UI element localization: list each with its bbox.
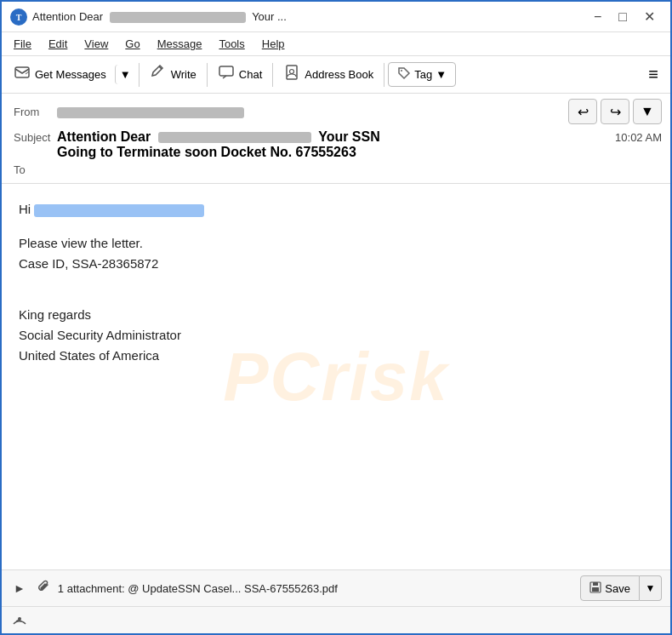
- get-messages-label: Get Messages: [35, 68, 106, 81]
- to-row: To: [10, 162, 662, 180]
- svg-rect-8: [592, 587, 599, 592]
- body-para2-line2: Social Security Administrator: [19, 325, 653, 346]
- hamburger-menu-button[interactable]: ≡: [641, 61, 665, 88]
- chat-icon: [218, 64, 235, 85]
- subject-content: Attention Dear Your SSN Going to Termina…: [57, 129, 607, 160]
- header-action-buttons: ↩ ↪ ▼: [568, 99, 662, 124]
- hi-blurred: [34, 204, 204, 217]
- write-label: Write: [171, 68, 196, 81]
- subject-label: Subject: [10, 129, 57, 144]
- body-hi-line: Hi: [19, 199, 653, 220]
- reply-button[interactable]: ↩: [568, 99, 597, 124]
- subject-line1: Attention Dear Your SSN: [57, 129, 607, 145]
- menu-go[interactable]: Go: [117, 35, 148, 53]
- email-time: 10:02 AM: [615, 129, 662, 144]
- address-book-label: Address Book: [305, 68, 373, 81]
- hamburger-icon: ≡: [648, 65, 658, 83]
- title-text: Attention Dear: [32, 10, 103, 23]
- get-messages-button[interactable]: Get Messages: [7, 60, 113, 89]
- get-messages-dropdown[interactable]: ▼: [115, 65, 135, 84]
- title-bar: T Attention Dear Your ... − □ ✕: [2, 2, 670, 32]
- window-title: Attention Dear Your ...: [32, 10, 587, 23]
- save-dropdown-button[interactable]: ▼: [640, 575, 662, 601]
- body-para1-line2: Case ID, SSA-28365872: [19, 254, 653, 274]
- subject-blurred: [158, 132, 311, 143]
- svg-text:T: T: [16, 13, 22, 22]
- address-book-button[interactable]: Address Book: [276, 60, 380, 89]
- svg-rect-3: [219, 66, 233, 76]
- chat-button[interactable]: Chat: [211, 60, 269, 89]
- menu-view[interactable]: View: [76, 35, 117, 53]
- body-para2-line3: United States of America: [19, 346, 653, 366]
- title-blurred-email: [110, 12, 246, 23]
- attachment-bar: ► 1 attachment: @ UpdateSSN Casel... SSA…: [2, 569, 670, 606]
- forward-button[interactable]: ↪: [601, 99, 629, 124]
- app-icon: T: [10, 9, 27, 26]
- menu-tools[interactable]: Tools: [210, 35, 253, 53]
- save-icon: [589, 581, 601, 596]
- title-suffix: Your ...: [252, 10, 287, 23]
- subject-row: Subject Attention Dear Your SSN Going to…: [10, 126, 662, 162]
- menu-edit[interactable]: Edit: [40, 35, 76, 53]
- attachment-expand-button[interactable]: ►: [10, 580, 29, 597]
- toolbar-separator-4: [384, 63, 384, 87]
- toolbar-separator-2: [207, 63, 208, 87]
- save-button[interactable]: Save: [580, 575, 640, 601]
- tag-button[interactable]: Tag ▼: [388, 62, 456, 87]
- from-blurred: [57, 107, 244, 118]
- window-controls: − □ ✕: [587, 7, 662, 26]
- email-body: PCrisk Hi Please view the letter. Case I…: [2, 184, 670, 569]
- chat-label: Chat: [239, 68, 262, 81]
- save-button-group: Save ▼: [580, 575, 662, 601]
- more-actions-button[interactable]: ▼: [633, 99, 662, 124]
- subject-line2-text: Going to Terminate soon Docket No. 67555…: [57, 145, 356, 159]
- connection-status-icon: [10, 610, 29, 630]
- tag-icon: [397, 66, 411, 83]
- menu-bar: File Edit View Go Message Tools Help: [2, 32, 670, 56]
- body-para2-line1: King regards: [19, 305, 653, 325]
- from-value: [57, 105, 568, 117]
- subject-line2: Going to Terminate soon Docket No. 67555…: [57, 145, 607, 160]
- tag-dropdown-icon: ▼: [436, 68, 447, 81]
- tag-label: Tag: [414, 68, 432, 81]
- paperclip-icon: [36, 579, 51, 598]
- subject-your-ssn: Your SSN: [318, 129, 380, 144]
- to-label: To: [10, 163, 57, 176]
- email-header: From ↩ ↪ ▼ Subject Attention Dear Your S…: [2, 94, 670, 184]
- svg-rect-2: [15, 67, 29, 77]
- menu-message[interactable]: Message: [149, 35, 211, 53]
- svg-point-5: [290, 70, 294, 74]
- address-book-icon: [283, 64, 300, 85]
- write-button[interactable]: Write: [143, 60, 203, 89]
- write-icon: [150, 64, 167, 85]
- maximize-button[interactable]: □: [612, 7, 634, 26]
- svg-point-6: [401, 70, 402, 72]
- body-para1-line1: Please view the letter.: [19, 233, 653, 254]
- save-label: Save: [605, 582, 630, 595]
- toolbar-separator-3: [272, 63, 273, 87]
- close-button[interactable]: ✕: [637, 7, 662, 26]
- minimize-button[interactable]: −: [587, 7, 608, 26]
- email-window: T Attention Dear Your ... − □ ✕ File Edi…: [0, 0, 672, 635]
- from-label: From: [10, 106, 57, 118]
- status-bar: [2, 606, 670, 633]
- toolbar-separator-1: [139, 63, 140, 87]
- hi-text: Hi: [19, 202, 31, 216]
- subject-bold-start: Attention Dear: [57, 129, 151, 144]
- menu-help[interactable]: Help: [253, 35, 293, 53]
- svg-rect-4: [287, 66, 297, 79]
- attachment-text: 1 attachment: @ UpdateSSN Casel... SSA-6…: [58, 582, 574, 595]
- get-messages-icon: [14, 64, 31, 85]
- from-row: From ↩ ↪ ▼: [10, 97, 662, 126]
- menu-file[interactable]: File: [5, 35, 40, 53]
- svg-rect-9: [593, 582, 598, 586]
- toolbar: Get Messages ▼ Write Chat Address Book: [2, 56, 670, 94]
